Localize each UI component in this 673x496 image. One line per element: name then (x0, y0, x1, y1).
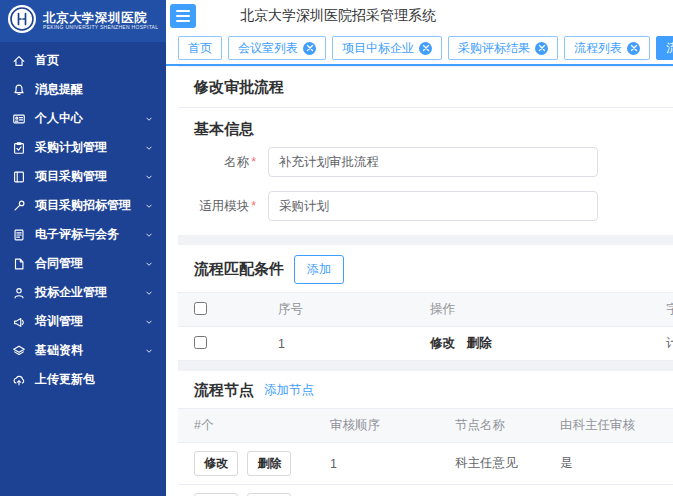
sidebar-item-label: 基础资料 (35, 342, 83, 359)
section-divider (178, 235, 673, 245)
cell-by-head: 否 (544, 485, 673, 496)
add-node-link[interactable]: 添加节点 (264, 382, 314, 399)
delete-button[interactable]: 删除 (247, 451, 291, 476)
home-icon (12, 54, 26, 68)
match-conditions-header: 流程匹配条件 添加 (178, 245, 673, 292)
sidebar-item-label: 项目采购管理 (35, 168, 107, 185)
user-icon (12, 286, 26, 300)
column-header-op: #个 (178, 409, 314, 443)
match-conditions-table: 序号 操作 字段 1 修改 删除 计划 (178, 292, 673, 361)
sidebar-item-label: 电子评标与会务 (35, 226, 119, 243)
chevron-down-icon (144, 201, 154, 211)
book-icon (12, 170, 26, 184)
row-checkbox[interactable] (194, 336, 207, 349)
sidebar-item-training[interactable]: 培训管理 (0, 307, 166, 336)
process-nodes-table: #个 审核顺序 节点名称 由科主任审核 修改 删除 1 (178, 408, 673, 496)
edit-button[interactable]: 修改 (194, 451, 238, 476)
close-icon[interactable] (627, 42, 640, 55)
document-icon (12, 228, 26, 242)
sidebar-toggle-button[interactable] (170, 4, 196, 28)
column-header-field: 字段 (650, 293, 673, 327)
tab-process[interactable]: 流程 (656, 36, 673, 60)
megaphone-icon (12, 315, 26, 329)
column-header-by-head: 由科主任审核 (544, 409, 673, 443)
chevron-down-icon (144, 259, 154, 269)
process-nodes-header: 流程节点 添加节点 (178, 371, 673, 408)
sidebar-item-label: 培训管理 (35, 313, 83, 330)
chevron-down-icon (144, 143, 154, 153)
tab-label: 采购评标结果 (458, 40, 530, 57)
chevron-down-icon (144, 317, 154, 327)
required-mark: * (251, 199, 256, 213)
table-row: 修改 删除 2 采购员意见 否 (178, 485, 673, 496)
tab-meeting-room-list[interactable]: 会议室列表 (228, 36, 326, 60)
bell-icon (12, 83, 26, 97)
sidebar-item-profile[interactable]: 个人中心 (0, 104, 166, 133)
sidebar-item-contract[interactable]: 合同管理 (0, 249, 166, 278)
sidebar-item-base-data[interactable]: 基础资料 (0, 336, 166, 365)
cell-by-head: 是 (544, 443, 673, 485)
sidebar-item-label: 合同管理 (35, 255, 83, 272)
match-conditions-card: 流程匹配条件 添加 序号 操作 字段 (178, 245, 673, 361)
sidebar-item-messages[interactable]: 消息提醒 (0, 75, 166, 104)
column-header-action: 操作 (414, 293, 650, 327)
delete-link[interactable]: 删除 (466, 336, 491, 350)
hospital-emblem-icon (7, 4, 37, 38)
tab-process-list[interactable]: 流程列表 (564, 36, 650, 60)
tab-winning-bidders[interactable]: 项目中标企业 (332, 36, 442, 60)
contract-file-icon (12, 257, 26, 271)
close-icon[interactable] (535, 42, 548, 55)
sidebar-item-project-purchase[interactable]: 项目采购管理 (0, 162, 166, 191)
cloud-upload-icon (12, 373, 26, 387)
cell-order: 1 (314, 443, 439, 485)
edit-link[interactable]: 修改 (430, 336, 455, 350)
sidebar-item-label: 消息提醒 (35, 81, 83, 98)
name-field-label: 名称* (178, 154, 256, 171)
tab-evaluation-results[interactable]: 采购评标结果 (448, 36, 558, 60)
chevron-down-icon (144, 172, 154, 182)
sidebar-item-bidder-management[interactable]: 投标企业管理 (0, 278, 166, 307)
tab-label: 流程 (666, 40, 673, 57)
module-field-label: 适用模块* (178, 198, 256, 215)
close-icon[interactable] (303, 42, 316, 55)
section-divider (178, 361, 673, 371)
chevron-down-icon (144, 346, 154, 356)
sidebar-item-e-evaluation[interactable]: 电子评标与会务 (0, 220, 166, 249)
chevron-down-icon (144, 114, 154, 124)
process-nodes-heading: 流程节点 (194, 381, 254, 400)
main-area: 北京大学深圳医院招采管理系统 首页 会议室列表 项目中标企业 采购评标结果 (166, 0, 673, 496)
close-icon[interactable] (419, 42, 432, 55)
column-header-order: 审核顺序 (314, 409, 439, 443)
name-input[interactable] (268, 147, 598, 177)
sidebar-item-label: 上传更新包 (35, 371, 95, 388)
cell-actions: 修改 删除 (414, 327, 650, 361)
module-field-row: 适用模块* (178, 191, 673, 221)
clipboard-check-icon (12, 141, 26, 155)
sidebar-item-label: 投标企业管理 (35, 284, 107, 301)
tab-label: 会议室列表 (238, 40, 298, 57)
table-header-row: 序号 操作 字段 (178, 293, 673, 327)
sidebar-item-upload-package[interactable]: 上传更新包 (0, 365, 166, 394)
sidebar-item-label: 采购计划管理 (35, 139, 107, 156)
tab-bar: 首页 会议室列表 项目中标企业 采购评标结果 流程 (166, 32, 673, 66)
sidebar-item-project-bidding[interactable]: 项目采购招标管理 (0, 191, 166, 220)
sidebar-item-home[interactable]: 首页 (0, 46, 166, 75)
name-field-row: 名称* (178, 147, 673, 177)
basic-info-heading: 基本信息 (178, 108, 673, 147)
app-title: 北京大学深圳医院招采管理系统 (240, 7, 436, 25)
topbar: 北京大学深圳医院招采管理系统 (166, 0, 673, 32)
sidebar: 北京大学深圳医院 PEKING UNIVERSITY SHENZHEN HOSP… (0, 0, 166, 496)
hospital-logo: 北京大学深圳医院 PEKING UNIVERSITY SHENZHEN HOSP… (0, 0, 166, 42)
module-input[interactable] (268, 191, 598, 221)
process-nodes-card: 流程节点 添加节点 #个 审核顺序 节点名称 由科主任审核 (178, 371, 673, 496)
tab-label: 首页 (188, 40, 212, 57)
sidebar-item-purchase-plan[interactable]: 采购计划管理 (0, 133, 166, 162)
required-mark: * (251, 155, 256, 169)
sidebar-item-label: 个人中心 (35, 110, 83, 127)
page-content: 修改审批流程 基本信息 名称* 适用模块* 流程匹配条件 添加 (166, 66, 673, 496)
cell-field: 计划类型 (650, 327, 673, 361)
add-condition-button[interactable]: 添加 (294, 255, 344, 284)
tab-home[interactable]: 首页 (178, 36, 222, 60)
select-all-checkbox[interactable] (194, 302, 207, 315)
cell-actions: 修改 删除 (178, 443, 314, 485)
